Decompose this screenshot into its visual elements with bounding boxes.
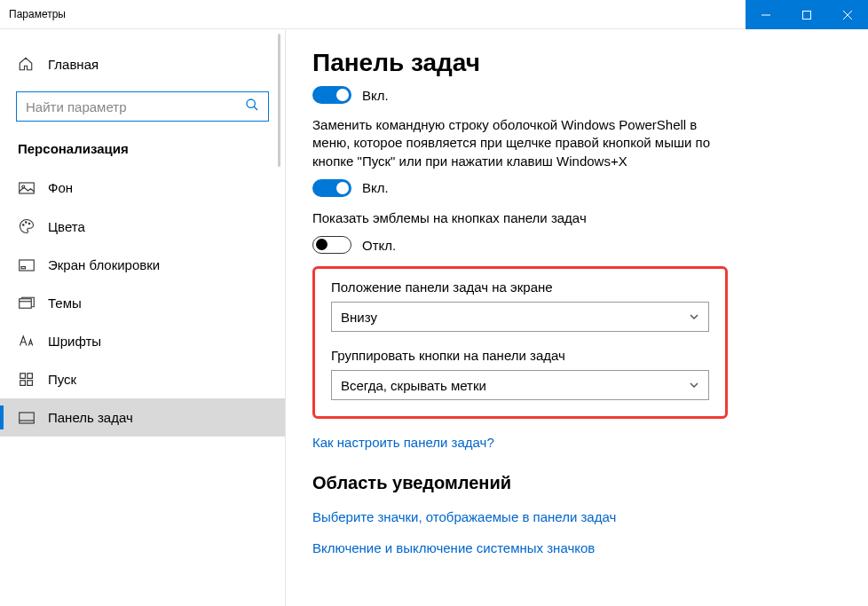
setting-description-powershell: Заменить командную строку оболочкой Wind…: [312, 116, 721, 170]
toggle-switch-3[interactable]: [312, 236, 351, 254]
sidebar-item-colors[interactable]: Цвета: [0, 207, 285, 246]
page-title: Панель задач: [312, 49, 841, 77]
chevron-down-icon: [689, 380, 699, 390]
sidebar-item-label: Темы: [48, 295, 82, 311]
fonts-icon: [18, 334, 36, 349]
sidebar-item-label: Фон: [48, 180, 73, 195]
group-value: Всегда, скрывать метки: [341, 378, 486, 393]
svg-rect-15: [28, 373, 33, 378]
position-value: Внизу: [341, 310, 377, 325]
taskbar-icon: [18, 412, 36, 424]
svg-rect-14: [20, 373, 26, 378]
svg-rect-6: [20, 183, 35, 193]
sidebar-item-background[interactable]: Фон: [0, 169, 285, 207]
search-input-wrap[interactable]: [16, 91, 269, 122]
titlebar: Параметры: [0, 0, 868, 29]
svg-rect-1: [803, 11, 811, 19]
toggle-switch-1[interactable]: [312, 86, 351, 104]
position-dropdown[interactable]: Внизу: [331, 302, 709, 332]
window-controls: [746, 0, 868, 29]
themes-icon: [18, 296, 36, 311]
svg-line-5: [254, 106, 257, 110]
category-label: Персонализация: [0, 138, 285, 169]
lockscreen-icon: [18, 259, 36, 272]
home-label: Главная: [48, 57, 99, 72]
start-icon: [18, 373, 36, 387]
svg-rect-13: [20, 298, 32, 308]
toggle-state-3: Откл.: [362, 238, 396, 253]
select-icons-link[interactable]: Выберите значки, отображаемые в панели з…: [312, 509, 841, 524]
svg-rect-18: [20, 413, 35, 423]
close-button[interactable]: [827, 0, 868, 29]
sidebar: Главная Персонализация Фон Цвета Экран б…: [0, 29, 286, 606]
minimize-button[interactable]: [746, 0, 786, 29]
sidebar-item-fonts[interactable]: Шрифты: [0, 322, 285, 360]
position-label: Положение панели задач на экране: [331, 279, 709, 295]
sidebar-item-label: Панель задач: [48, 410, 133, 425]
help-link[interactable]: Как настроить панели задач?: [312, 435, 841, 450]
maximize-button[interactable]: [786, 0, 827, 29]
search-icon: [245, 98, 259, 115]
svg-point-10: [28, 223, 30, 224]
sidebar-item-themes[interactable]: Темы: [0, 284, 285, 322]
system-icons-link[interactable]: Включение и выключение системных значков: [312, 540, 841, 555]
image-icon: [18, 182, 36, 194]
sidebar-item-label: Цвета: [48, 219, 85, 234]
toggle-state-1: Вкл.: [362, 88, 389, 103]
sidebar-item-taskbar[interactable]: Панель задач: [0, 398, 285, 437]
notification-area-heading: Область уведомлений: [312, 473, 841, 493]
group-dropdown[interactable]: Всегда, скрывать метки: [331, 370, 709, 400]
svg-rect-12: [21, 266, 26, 268]
svg-point-9: [26, 222, 28, 224]
content-area: Панель задач Вкл. Заменить командную стр…: [286, 29, 868, 606]
sidebar-item-label: Шрифты: [48, 334, 101, 349]
setting-description-badges: Показать эмблемы на кнопках панели задач: [312, 209, 721, 227]
chevron-down-icon: [689, 311, 699, 322]
sidebar-item-label: Пуск: [48, 372, 76, 387]
toggle-state-2: Вкл.: [362, 180, 389, 195]
svg-rect-16: [20, 380, 26, 385]
palette-icon: [18, 218, 36, 234]
home-nav[interactable]: Главная: [0, 47, 285, 81]
svg-point-8: [23, 224, 25, 226]
sidebar-item-lockscreen[interactable]: Экран блокировки: [0, 246, 285, 284]
toggle-switch-2[interactable]: [312, 179, 351, 197]
svg-point-4: [247, 99, 255, 107]
window-title: Параметры: [0, 8, 66, 20]
svg-rect-17: [28, 380, 33, 385]
sidebar-item-label: Экран блокировки: [48, 257, 160, 272]
highlight-box: Положение панели задач на экране Внизу Г…: [312, 266, 728, 419]
search-input[interactable]: [26, 99, 245, 114]
home-icon: [18, 56, 36, 72]
sidebar-item-start[interactable]: Пуск: [0, 360, 285, 398]
group-label: Группировать кнопки на панели задач: [331, 348, 709, 363]
